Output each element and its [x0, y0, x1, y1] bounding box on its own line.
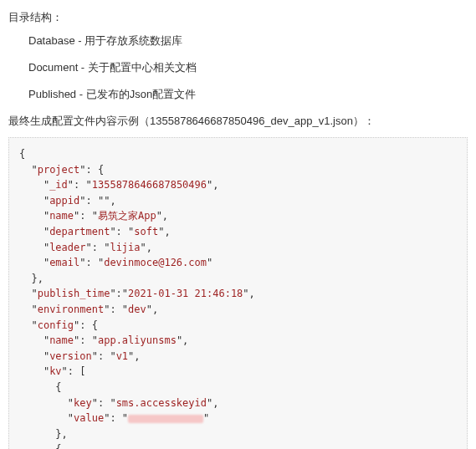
dir-list: Database - 用于存放系统数据库 Document - 关于配置中心相关…: [28, 33, 468, 102]
dir-item: Database - 用于存放系统数据库: [28, 33, 468, 48]
val-name: 易筑之家App: [98, 210, 156, 222]
val-cfg-ver: v1: [116, 350, 128, 362]
val-kv0-key: sms.accesskeyid: [116, 397, 207, 409]
val-leader: lijia: [110, 242, 140, 253]
dir-name: Published: [28, 88, 76, 100]
dir-item: Published - 已发布的Json配置文件: [28, 87, 468, 102]
val-dept: soft: [134, 226, 158, 237]
val-pubtime: 2021-01-31 21:46:18: [128, 288, 243, 299]
dir-name: Document: [28, 61, 78, 74]
val-env: dev: [128, 304, 146, 315]
dir-item: Document - 关于配置中心相关文档: [28, 60, 468, 75]
example-caption: 最终生成配置文件内容示例（1355878646687850496_dev_app…: [8, 114, 468, 129]
val-email: devinmoce@126.com: [104, 257, 207, 268]
val-id: 1355878646687850496: [92, 179, 207, 191]
json-example-block: { "project": { "_id": "13558786466878504…: [8, 137, 468, 449]
sep: -: [75, 34, 85, 47]
dir-desc: 已发布的Json配置文件: [86, 88, 196, 100]
val-cfg-name: app.aliyunsms: [98, 334, 177, 346]
redacted-value: [128, 415, 203, 423]
sep: -: [78, 61, 88, 74]
heading-dir-structure: 目录结构：: [8, 10, 468, 25]
dir-desc: 关于配置中心相关文档: [88, 61, 197, 74]
dir-name: Database: [28, 34, 75, 47]
sep: -: [76, 88, 86, 100]
dir-desc: 用于存放系统数据库: [84, 34, 182, 47]
